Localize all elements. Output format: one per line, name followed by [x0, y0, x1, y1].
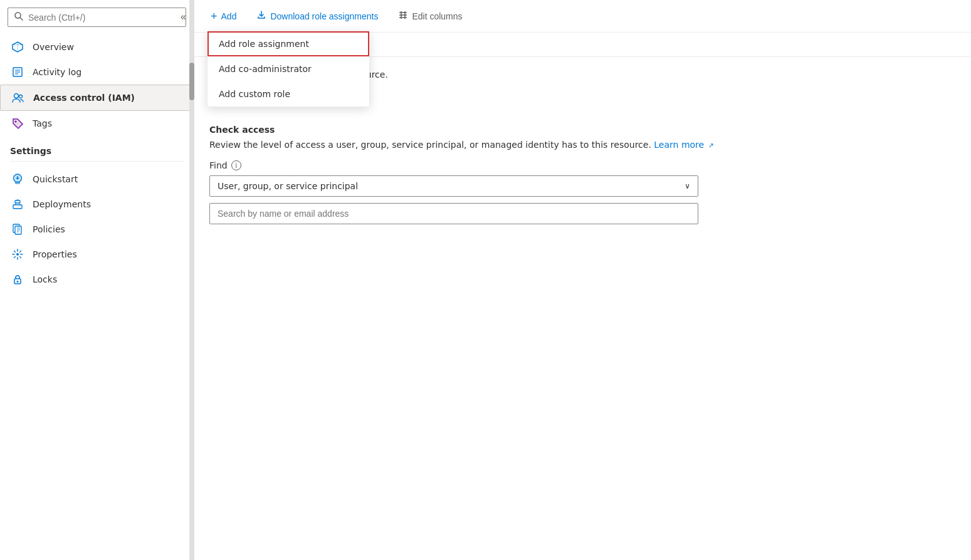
svg-point-20 [16, 253, 19, 256]
menu-item-add-co-admin[interactable]: Add co-administrator [207, 56, 369, 81]
sidebar-item-label: Properties [33, 249, 77, 259]
search-bar[interactable] [8, 8, 186, 27]
sidebar-item-quickstart[interactable]: Quickstart [0, 167, 194, 192]
sidebar-item-label: Activity log [33, 67, 81, 77]
download-button[interactable]: Download role assignments [253, 8, 382, 24]
check-access-description: Review the level of access a user, group… [209, 138, 956, 152]
check-access-title: Check access [209, 125, 956, 135]
sidebar: « Overview Activity log [0, 0, 194, 560]
sidebar-item-label: Quickstart [33, 174, 78, 184]
svg-rect-14 [15, 200, 20, 203]
sidebar-item-policies[interactable]: Policies [0, 217, 194, 242]
sidebar-item-properties[interactable]: Properties [0, 242, 194, 267]
edit-columns-icon [398, 10, 408, 22]
svg-point-8 [15, 121, 17, 123]
sidebar-nav: Overview Activity log [0, 32, 194, 294]
tags-icon [10, 116, 25, 131]
svg-line-1 [20, 18, 23, 20]
toolbar: + Add Add role assignment Add co-adminis… [194, 0, 971, 33]
search-by-name-input[interactable] [209, 203, 698, 224]
edit-columns-button[interactable]: Edit columns [394, 8, 466, 24]
sidebar-item-overview[interactable]: Overview [0, 34, 194, 60]
sidebar-item-tags[interactable]: Tags [0, 111, 194, 136]
quickstart-icon [10, 172, 25, 187]
sidebar-item-label: Access control (IAM) [33, 93, 135, 103]
locks-icon [10, 272, 25, 287]
sidebar-item-deployments[interactable]: Deployments [0, 192, 194, 217]
main-content: + Add Add role assignment Add co-adminis… [194, 0, 971, 560]
sidebar-item-iam[interactable]: Access control (IAM) [0, 85, 194, 111]
plus-icon: + [211, 11, 218, 22]
settings-divider [10, 161, 184, 162]
add-dropdown-container: + Add Add role assignment Add co-adminis… [207, 8, 240, 24]
menu-item-add-custom-role[interactable]: Add custom role [207, 81, 369, 106]
learn-more-link[interactable]: Learn more ↗ [654, 140, 714, 150]
sidebar-item-label: Locks [33, 274, 57, 284]
sidebar-item-label: Tags [33, 118, 52, 128]
svg-rect-9 [16, 182, 19, 184]
menu-item-add-role-assignment[interactable]: Add role assignment [207, 31, 369, 56]
activity-icon [10, 65, 25, 80]
svg-point-22 [17, 281, 19, 283]
page-body: View my level of access to this resource… [194, 57, 971, 560]
download-icon [256, 10, 266, 22]
check-access-section: Check access Review the level of access … [209, 125, 956, 224]
external-link-icon: ↗ [708, 142, 714, 150]
deployments-icon [10, 197, 25, 212]
info-icon: i [231, 160, 241, 170]
add-button[interactable]: + Add [207, 8, 240, 24]
find-label: Find i [209, 160, 956, 170]
svg-point-6 [14, 94, 19, 98]
search-input[interactable] [28, 13, 179, 23]
iam-icon [11, 90, 26, 105]
svg-rect-13 [13, 205, 22, 209]
sidebar-item-label: Overview [33, 42, 74, 52]
policies-icon [10, 222, 25, 237]
settings-section-header: Settings [0, 136, 194, 158]
sidebar-item-activity-log[interactable]: Activity log [0, 60, 194, 85]
add-dropdown-menu: Add role assignment Add co-administrator… [207, 31, 370, 107]
sidebar-item-locks[interactable]: Locks [0, 267, 194, 292]
cube-icon [10, 39, 25, 54]
properties-icon [10, 247, 25, 262]
principal-type-dropdown[interactable]: User, group, or service principal ∨ [209, 175, 698, 197]
svg-point-7 [19, 95, 23, 98]
sidebar-item-label: Policies [33, 224, 65, 234]
sidebar-item-label: Deployments [33, 199, 91, 209]
search-icon [14, 12, 23, 23]
collapse-button[interactable]: « [178, 9, 189, 25]
chevron-down-icon: ∨ [685, 182, 690, 190]
